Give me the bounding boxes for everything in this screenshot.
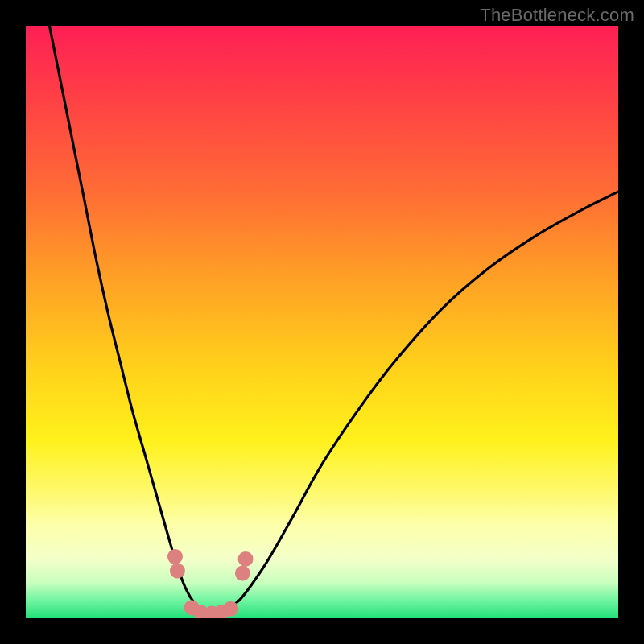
chart-frame: TheBottleneck.com — [0, 0, 644, 644]
chart-svg — [26, 26, 618, 618]
watermark-text: TheBottleneck.com — [480, 5, 634, 26]
right-curve — [216, 192, 618, 613]
trough-marker — [170, 564, 185, 579]
plot-area — [26, 26, 618, 618]
trough-marker — [167, 549, 183, 564]
curve-group — [49, 26, 618, 613]
trough-markers — [167, 549, 254, 618]
left-curve — [49, 26, 209, 613]
trough-marker — [223, 601, 238, 617]
trough-marker — [238, 551, 254, 567]
trough-marker — [235, 566, 250, 581]
